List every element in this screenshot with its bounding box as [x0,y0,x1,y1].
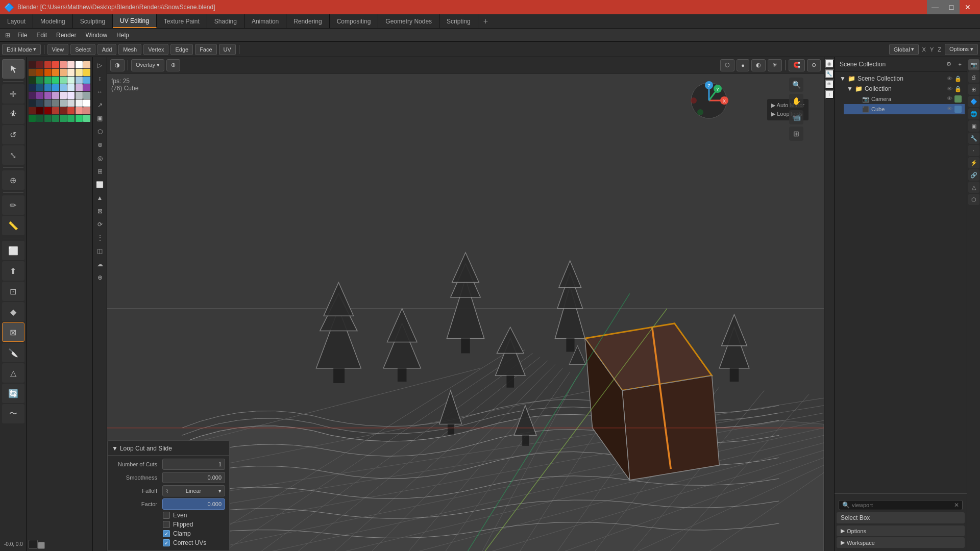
sc-lock-icon[interactable]: 🔒 [954,76,962,82]
snap-btn[interactable]: 🧲 [789,59,805,71]
side-tool-7[interactable]: ⊛ [94,139,106,151]
viewport-3d[interactable]: fps: 25 (76) Cube [107,73,824,551]
select-menu-btn[interactable]: Select [70,44,95,55]
factor-value[interactable]: 0.000 [162,498,225,510]
scale-tool-btn[interactable]: ⤡ [2,145,24,165]
menu-item-render[interactable]: Render [52,30,80,40]
props-tab-material[interactable]: ⬡ [968,194,979,205]
uv-menu-btn[interactable]: UV [219,44,236,55]
annotate-tool-btn[interactable]: ✏ [2,195,24,215]
side-tool-2[interactable]: ↕ [94,72,106,85]
move-tool-btn[interactable] [2,105,24,124]
cursor-tool-btn[interactable]: ✛ [2,84,24,104]
palette-color-15[interactable] [83,69,90,76]
palette-color-60[interactable] [60,115,67,122]
mesh-menu-btn[interactable]: Mesh [118,44,141,55]
menu-item-help[interactable]: Help [112,30,133,40]
palette-color-22[interactable] [76,77,83,84]
palette-color-62[interactable] [76,115,83,122]
side-tool-9[interactable]: ⊞ [94,165,106,178]
transform-global-btn[interactable]: Global ▾ [889,44,919,55]
props-tab-object[interactable]: ▣ [968,120,979,132]
scene-collection-header[interactable]: ▼ 📁 Scene Collection 👁 🔒 [837,73,965,84]
palette-color-23[interactable] [83,77,90,84]
side-tool-10[interactable]: ⬜ [94,179,106,191]
cube-visible-icon[interactable]: 👁 [947,106,952,113]
palette-color-8[interactable] [29,69,36,76]
side-tool-6[interactable]: ⬡ [94,126,106,138]
scene-item-camera[interactable]: 📷 Camera 👁 [844,94,965,104]
ri-tool-btn[interactable]: 🔧 [825,69,834,79]
editor-type-selector[interactable]: ⊞ [3,31,12,40]
ri-item-btn[interactable]: I [825,90,834,99]
menu-item-edit[interactable]: Edit [32,30,51,40]
side-tool-5[interactable]: ▣ [94,112,106,124]
smooth-btn[interactable]: 〜 [2,404,24,423]
palette-color-4[interactable] [60,61,67,68]
palette-color-58[interactable] [44,115,52,122]
viewport-shading-btn[interactable]: ◑ [110,59,125,71]
smoothness-value[interactable]: 0.000 [162,472,225,483]
palette-color-39[interactable] [83,92,90,99]
ri-view-btn[interactable]: 👁 [825,80,834,89]
palette-color-20[interactable] [60,77,67,84]
props-tab-world[interactable]: 🌐 [968,108,979,119]
col-lock-icon[interactable]: 🔒 [954,86,962,92]
inset-btn[interactable]: ⊡ [2,282,24,301]
palette-color-41[interactable] [36,99,43,107]
palette-color-30[interactable] [76,84,83,91]
even-checkbox[interactable] [163,512,170,519]
workspace-tab-compositing[interactable]: Compositing [330,14,379,28]
palette-color-33[interactable] [36,92,43,99]
camera-visible-icon[interactable]: 👁 [947,95,952,103]
palette-color-32[interactable] [29,92,36,99]
palette-color-43[interactable] [52,99,59,107]
loop-cut-collapse-icon[interactable]: ▼ [112,445,118,452]
workspace-tab-animation[interactable]: Animation [244,14,286,28]
spin-btn[interactable]: 🔄 [2,384,24,403]
palette-color-31[interactable] [83,84,90,91]
palette-color-38[interactable] [76,92,83,99]
zoom-icon-btn[interactable]: 🔍 [789,78,803,92]
maximize-button[interactable]: □ [943,0,960,14]
palette-color-3[interactable] [52,61,59,68]
axis-x-icon[interactable]: X [921,46,927,53]
palette-color-9[interactable] [36,69,43,76]
palette-color-35[interactable] [52,92,59,99]
palette-color-10[interactable] [44,69,52,76]
workspace-tab-rendering[interactable]: Rendering [286,14,329,28]
search-close-icon[interactable]: ✕ [954,502,959,509]
add-cube-btn[interactable]: ⬜ [2,241,24,260]
workspace-tab-texture_paint[interactable]: Texture Paint [157,14,207,28]
palette-color-56[interactable] [29,115,36,122]
fg-color-swatch[interactable] [29,540,38,549]
props-tab-modifier[interactable]: 🔧 [968,133,979,144]
minimize-button[interactable]: — [927,0,943,14]
props-tab-constraints[interactable]: 🔗 [968,169,979,181]
props-tab-particles[interactable]: · [968,145,979,156]
side-tool-17[interactable]: ⊕ [94,271,106,284]
palette-color-36[interactable] [60,92,67,99]
view-menu-btn[interactable]: View [47,44,69,55]
outliner-new-btn[interactable]: + [955,60,965,68]
palette-color-59[interactable] [52,115,59,122]
scene-item-cube[interactable]: ⬛ Cube 👁 [844,104,965,114]
palette-color-18[interactable] [44,77,52,84]
workspace-tab-sculpting[interactable]: Sculpting [73,14,113,28]
props-tab-scene[interactable]: 🔷 [968,96,979,107]
palette-color-5[interactable] [67,61,75,68]
palette-color-1[interactable] [36,61,43,68]
select-tool-btn[interactable] [2,59,24,79]
palette-color-17[interactable] [36,77,43,84]
solid-shading-btn[interactable]: ● [737,59,749,71]
palette-color-47[interactable] [83,99,90,107]
palette-color-24[interactable] [29,84,36,91]
close-button[interactable]: ✕ [960,0,976,14]
palette-color-21[interactable] [67,77,75,84]
bevel-btn[interactable]: ◆ [2,302,24,321]
palette-color-44[interactable] [60,99,67,107]
palette-color-48[interactable] [29,107,36,114]
correct-uvs-checkbox[interactable]: ✓ [163,539,170,546]
palette-color-12[interactable] [60,69,67,76]
transform-tool-btn[interactable]: ⊕ [2,170,24,190]
